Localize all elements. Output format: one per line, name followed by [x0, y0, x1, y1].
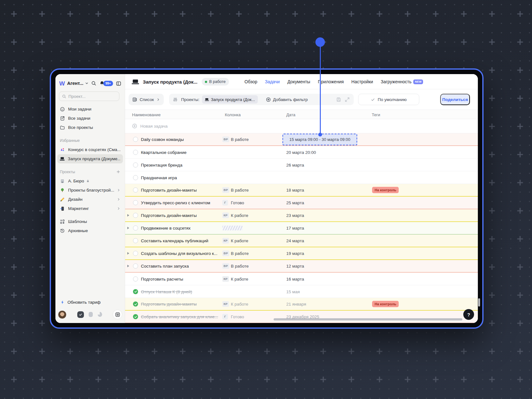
- pie-chart-icon[interactable]: [97, 312, 103, 317]
- search-icon[interactable]: [91, 80, 97, 86]
- default-view-selector[interactable]: По умолчанию: [358, 94, 419, 105]
- task-checkbox[interactable]: [133, 276, 138, 282]
- task-row[interactable]: Создать шаблоны для визуального к...ВРВ …: [125, 247, 478, 260]
- task-checkbox[interactable]: [133, 213, 138, 218]
- sidebar-item-project-marketing[interactable]: Маркетинг: [57, 204, 123, 213]
- add-project-icon[interactable]: [116, 170, 120, 174]
- task-date[interactable]: 26 марта: [286, 162, 304, 167]
- project-search-input[interactable]: Проект...: [59, 92, 119, 101]
- add-filter-button[interactable]: Добавить фильтр: [266, 97, 308, 102]
- project-status-badge[interactable]: В работе: [202, 78, 229, 86]
- sidebar-item-templates[interactable]: Шаблоны: [57, 217, 123, 226]
- task-status[interactable]: В работе: [231, 264, 249, 269]
- chevron-right-icon[interactable]: [117, 207, 120, 210]
- task-name[interactable]: Подготовить дизайн-макеты: [141, 188, 197, 193]
- task-tag[interactable]: На контроль: [372, 301, 399, 307]
- expand-chevron-icon[interactable]: [127, 252, 129, 255]
- help-button[interactable]: ?: [463, 309, 474, 320]
- task-date[interactable]: 15 мая: [286, 289, 300, 294]
- task-row[interactable]: Презентация бренда26 марта: [125, 159, 478, 171]
- task-status[interactable]: К работе: [231, 213, 248, 218]
- chevron-right-icon[interactable]: [117, 188, 120, 192]
- task-checkbox[interactable]: [133, 238, 138, 243]
- task-name[interactable]: Подготовить дизайн-макеты: [141, 302, 197, 307]
- task-checkbox[interactable]: [133, 251, 138, 256]
- vertical-scrollbar-thumb[interactable]: [478, 298, 480, 307]
- task-checkbox[interactable]: [133, 187, 138, 193]
- apps-grid-icon[interactable]: [113, 310, 122, 319]
- task-checkbox[interactable]: [133, 137, 138, 142]
- task-date[interactable]: 17 марта: [286, 226, 304, 231]
- task-tag[interactable]: На контроль: [372, 187, 399, 193]
- task-date[interactable]: 12 марта: [286, 264, 304, 269]
- task-name[interactable]: Подготовить расчеты: [141, 276, 183, 281]
- task-row[interactable]: Собрать аналитику запуска для клие...ГГо…: [125, 311, 478, 323]
- share-button[interactable]: Поделиться: [440, 94, 470, 105]
- tab-Обзор[interactable]: Обзор: [244, 79, 257, 84]
- project-filter-chip[interactable]: Запуск продукта (Док...: [202, 95, 258, 104]
- task-done-checkbox[interactable]: [133, 314, 138, 319]
- upgrade-plan-button[interactable]: Обновить тариф: [60, 300, 101, 305]
- sidebar-item-project-landscaping[interactable]: Проекты благоустрой...: [57, 186, 123, 195]
- expand-chevron-icon[interactable]: [127, 227, 129, 229]
- workspace-name[interactable]: Агент...: [67, 81, 83, 86]
- task-name[interactable]: Продвижение в соцсетях: [141, 226, 191, 231]
- task-name[interactable]: Составить план запуска: [141, 264, 189, 269]
- view-switcher[interactable]: Список: [129, 94, 164, 105]
- task-date[interactable]: 24 марта: [286, 238, 304, 243]
- sidebar-item-favorite-contest[interactable]: Конкурс в соцсетях (Сма...: [57, 145, 123, 154]
- task-status[interactable]: К работе: [231, 238, 248, 243]
- expand-chevron-icon[interactable]: [127, 214, 129, 217]
- horizontal-scrollbar[interactable]: [274, 318, 462, 320]
- task-date[interactable]: 20 марта 20:00: [286, 150, 316, 155]
- sidebar-item-favorite-product-launch[interactable]: Запуск продукта (Докуме...: [57, 154, 123, 163]
- tab-Настройки[interactable]: Настройки: [352, 79, 373, 84]
- task-row[interactable]: Продвижение в соцсетях17 марта: [125, 222, 478, 235]
- task-date[interactable]: 25 марта: [286, 200, 304, 205]
- column-header-date[interactable]: Дата: [286, 110, 295, 119]
- task-row[interactable]: Подготовить дизайн-макетыКРК работе21 ян…: [125, 298, 478, 311]
- task-name[interactable]: Отпуск Наташа К (8 дней): [141, 289, 192, 294]
- task-row[interactable]: Праздничная игра: [125, 171, 478, 184]
- document-icon[interactable]: [89, 312, 93, 317]
- expand-icon[interactable]: [345, 97, 350, 102]
- tab-Загруженность[interactable]: ЗагруженностьNEW: [381, 79, 423, 84]
- sidebar-toggle-icon[interactable]: [115, 80, 122, 86]
- task-name[interactable]: Праздничная игра: [141, 175, 177, 180]
- task-date[interactable]: 16 марта: [286, 276, 304, 281]
- task-status[interactable]: Готово: [231, 200, 244, 205]
- task-status[interactable]: К работе: [231, 302, 248, 307]
- task-done-checkbox[interactable]: [133, 301, 138, 307]
- expand-chevron-icon[interactable]: [127, 265, 129, 267]
- new-task-row[interactable]: Новая задача: [125, 119, 478, 133]
- sidebar-item-all-projects[interactable]: Все проекты: [57, 123, 123, 132]
- sidebar-item-archived[interactable]: Архивные: [57, 226, 123, 235]
- task-row[interactable]: Подготовить расчетыКРК работе16 марта: [125, 273, 478, 285]
- task-date[interactable]: 23 марта: [286, 213, 304, 218]
- task-name[interactable]: Daily созвон команды: [141, 137, 184, 142]
- column-header-tags[interactable]: Теги: [372, 110, 380, 119]
- task-date[interactable]: 19 марта: [286, 251, 304, 256]
- chevron-right-icon[interactable]: [117, 198, 120, 201]
- task-checkbox[interactable]: [133, 175, 138, 180]
- task-checkbox[interactable]: [133, 225, 138, 231]
- task-name[interactable]: Собрать аналитику запуска для клие...: [141, 314, 218, 319]
- save-view-icon[interactable]: [336, 97, 341, 102]
- task-row[interactable]: Квартальное собрание20 марта 20:00: [125, 146, 478, 159]
- task-checkbox[interactable]: [133, 150, 138, 155]
- task-date[interactable]: 21 января: [286, 302, 306, 307]
- task-row[interactable]: Отпуск Наташа К (8 дней)15 мая: [125, 285, 478, 298]
- task-status[interactable]: В работе: [231, 188, 249, 193]
- app-logo[interactable]: W: [59, 80, 65, 86]
- task-name[interactable]: Подготовить дизайн-макеты: [141, 213, 197, 218]
- chevron-down-icon[interactable]: [85, 81, 89, 85]
- sidebar-item-my-tasks[interactable]: Мои задачи: [57, 104, 123, 114]
- task-done-checkbox[interactable]: [133, 289, 138, 294]
- task-row[interactable]: Утвердить пресс-релиз с клиентомГГотово2…: [125, 197, 478, 209]
- task-status[interactable]: В работе: [231, 251, 249, 256]
- tasks-done-icon[interactable]: [77, 311, 84, 318]
- task-name[interactable]: Презентация бренда: [141, 162, 182, 167]
- sidebar-item-project-design[interactable]: Дизайн: [57, 195, 123, 204]
- task-checkbox[interactable]: [133, 263, 138, 269]
- task-date[interactable]: 18 марта: [286, 188, 304, 193]
